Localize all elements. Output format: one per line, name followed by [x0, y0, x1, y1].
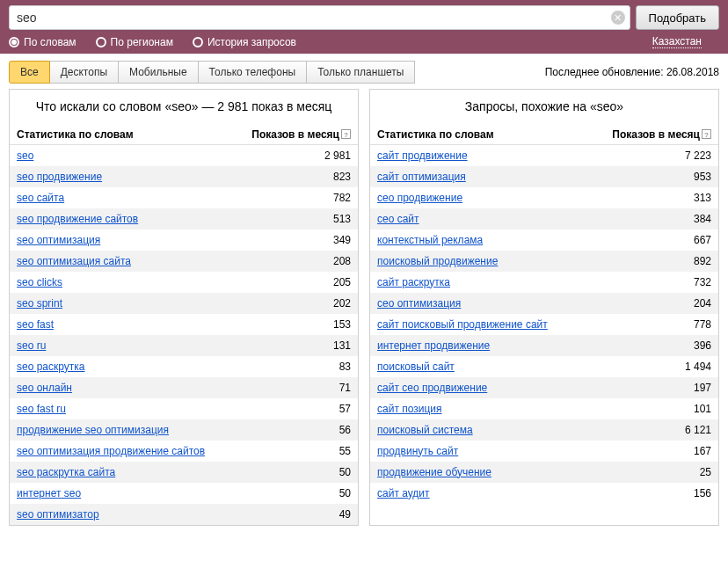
- query-link[interactable]: поисковый сайт: [377, 361, 455, 373]
- query-link[interactable]: сео сайт: [377, 213, 419, 225]
- table-body: сайт продвижение7 223сайт оптимизация953…: [370, 145, 718, 504]
- query-link[interactable]: seo fast ru: [17, 403, 66, 415]
- columns: Что искали со словом «seo» — 2 981 показ…: [0, 89, 728, 535]
- query-link[interactable]: seo раскрутка: [17, 361, 85, 373]
- query-link[interactable]: seo продвижение: [17, 171, 102, 183]
- table-row: seo оптимизация349: [10, 230, 358, 251]
- last-updated: Последнее обновление: 26.08.2018: [545, 66, 719, 78]
- search-input-wrap: ✕: [9, 5, 630, 30]
- tab-all[interactable]: Все: [9, 61, 50, 84]
- query-cell: сео оптимизация: [377, 297, 659, 310]
- table-row: seo оптимизация сайта208: [10, 251, 358, 272]
- query-link[interactable]: продвинуть сайт: [377, 445, 458, 457]
- query-cell: seo раскрутка сайта: [17, 466, 298, 478]
- query-link[interactable]: seo раскрутка сайта: [17, 466, 115, 478]
- query-link[interactable]: сайт продвижение: [377, 149, 468, 162]
- table-row: seo fast153: [10, 314, 358, 335]
- query-cell: поисковый продвижение: [377, 255, 659, 267]
- help-icon[interactable]: ?: [702, 129, 711, 139]
- query-link[interactable]: продвижение seo оптимизация: [17, 424, 169, 436]
- views-cell: 349: [298, 234, 351, 246]
- query-link[interactable]: seo сайта: [17, 192, 64, 204]
- query-link[interactable]: seo оптимизатор: [17, 508, 99, 521]
- query-link[interactable]: seo продвижение сайтов: [17, 213, 138, 225]
- query-link[interactable]: сайт аудит: [377, 487, 430, 499]
- panel-title: Запросы, похожие на «seo»: [370, 90, 718, 125]
- query-cell: поисковый система: [377, 424, 659, 436]
- query-link[interactable]: seo оптимизация сайта: [17, 255, 131, 267]
- radio-history[interactable]: История запросов: [193, 36, 296, 48]
- region-link[interactable]: Казахстан: [652, 35, 702, 48]
- table-row: сео сайт384: [370, 208, 718, 230]
- query-link[interactable]: сео оптимизация: [377, 297, 461, 310]
- views-cell: 313: [659, 192, 711, 204]
- query-link[interactable]: seo fast: [17, 318, 54, 331]
- table-row: seo продвижение823: [10, 166, 358, 187]
- tab-phones[interactable]: Только телефоны: [199, 61, 308, 84]
- query-cell: поисковый сайт: [377, 361, 659, 373]
- query-link[interactable]: seo онлайн: [17, 382, 72, 394]
- query-link[interactable]: seo ru: [17, 339, 46, 352]
- query-link[interactable]: сайт поисковый продвижение сайт: [377, 318, 548, 331]
- tab-mobile[interactable]: Мобильные: [119, 61, 199, 84]
- header-views-label: Показов в месяц: [251, 128, 339, 141]
- radio-by-words[interactable]: По словам: [9, 36, 76, 48]
- query-link[interactable]: контекстный реклама: [377, 234, 483, 246]
- query-link[interactable]: интернет seo: [17, 487, 81, 499]
- query-link[interactable]: поисковый система: [377, 424, 473, 436]
- query-cell: сайт аудит: [377, 487, 659, 499]
- views-cell: 56: [298, 424, 351, 436]
- query-cell: сайт поисковый продвижение сайт: [377, 318, 659, 331]
- query-link[interactable]: сайт раскрутка: [377, 276, 450, 288]
- views-cell: 55: [298, 445, 351, 457]
- table-row: seo раскрутка83: [10, 356, 358, 377]
- query-link[interactable]: seo оптимизация: [17, 234, 100, 246]
- views-cell: 953: [659, 171, 711, 183]
- table-row: интернет seo50: [10, 483, 358, 504]
- table-row: сео оптимизация204: [370, 293, 718, 314]
- query-link[interactable]: seo sprint: [17, 297, 62, 310]
- header-views: Показов в месяц ?: [612, 128, 711, 141]
- views-cell: 197: [659, 382, 711, 394]
- query-link[interactable]: продвижение обучение: [377, 466, 491, 478]
- header-stat: Статистика по словам: [17, 128, 251, 141]
- table-row: сайт поисковый продвижение сайт778: [370, 314, 718, 335]
- views-cell: 50: [298, 466, 351, 478]
- query-link[interactable]: сео продвижение: [377, 192, 462, 204]
- query-cell: сео продвижение: [377, 192, 659, 204]
- query-cell: seo онлайн: [17, 382, 298, 394]
- query-link[interactable]: seo оптимизация продвижение сайтов: [17, 445, 205, 457]
- views-cell: 396: [659, 339, 711, 352]
- tab-desktops[interactable]: Десктопы: [50, 61, 119, 84]
- query-link[interactable]: сайт сео продвижение: [377, 382, 487, 394]
- search-input[interactable]: [9, 5, 630, 30]
- panel-left: Что искали со словом «seo» — 2 981 показ…: [9, 89, 359, 526]
- submit-button[interactable]: Подобрать: [636, 5, 719, 30]
- radio-icon: [96, 37, 106, 47]
- views-cell: 778: [659, 318, 711, 331]
- query-link[interactable]: сайт оптимизация: [377, 171, 466, 183]
- views-cell: 732: [659, 276, 711, 288]
- table-row: seo раскрутка сайта50: [10, 462, 358, 483]
- query-link[interactable]: seo clicks: [17, 276, 62, 288]
- views-cell: 101: [659, 403, 711, 415]
- radio-by-regions[interactable]: По регионам: [96, 36, 173, 48]
- table-row: сайт позиция101: [370, 398, 718, 419]
- clear-icon[interactable]: ✕: [611, 11, 625, 25]
- query-cell: seo fast ru: [17, 403, 298, 415]
- views-cell: 892: [659, 255, 711, 267]
- query-link[interactable]: seo: [17, 149, 33, 162]
- query-link[interactable]: поисковый продвижение: [377, 255, 498, 267]
- views-cell: 50: [298, 487, 351, 499]
- table-row: seo онлайн71: [10, 377, 358, 398]
- query-cell: продвижение обучение: [377, 466, 659, 478]
- tab-tablets[interactable]: Только планшеты: [307, 61, 415, 84]
- query-link[interactable]: сайт позиция: [377, 403, 442, 415]
- table-row: seo продвижение сайтов513: [10, 208, 358, 230]
- query-cell: сайт сео продвижение: [377, 382, 659, 394]
- query-cell: seo оптимизация сайта: [17, 255, 298, 267]
- help-icon[interactable]: ?: [341, 129, 351, 139]
- header-stat: Статистика по словам: [377, 128, 612, 141]
- query-link[interactable]: интернет продвижение: [377, 339, 490, 352]
- radio-icon: [9, 37, 19, 47]
